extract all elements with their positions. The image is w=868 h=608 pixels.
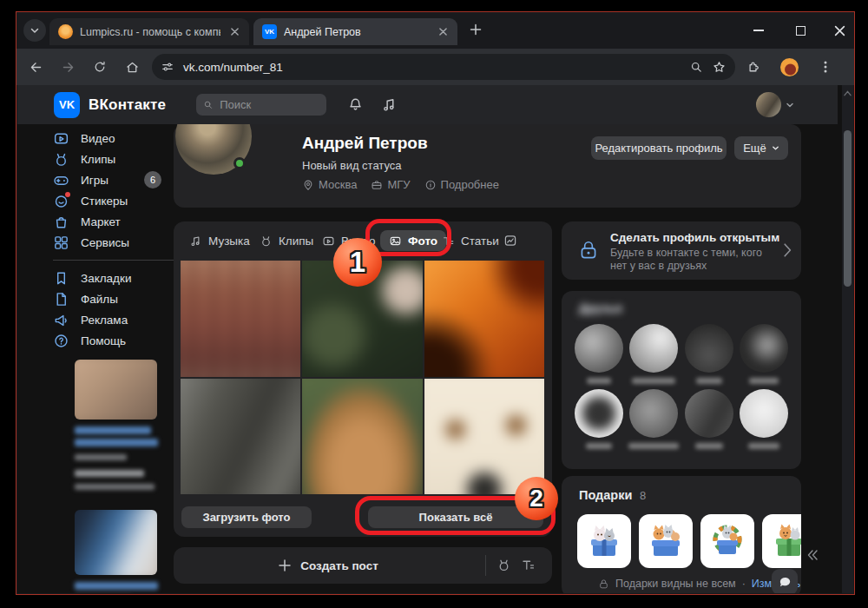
collapse-sidebar-button[interactable] xyxy=(806,548,819,562)
sidebar-item-games[interactable]: Игры xyxy=(53,169,108,190)
profile-status[interactable]: Новый вид статуса xyxy=(302,159,402,172)
post-clip-button[interactable] xyxy=(496,558,511,572)
annotation-step-1: 1 xyxy=(333,238,382,287)
forward-button[interactable] xyxy=(57,56,78,77)
tab-clips[interactable]: Клипы xyxy=(260,230,313,251)
tab-close-icon[interactable] xyxy=(227,24,242,39)
vk-logo[interactable]: VK xyxy=(54,92,80,118)
friend[interactable] xyxy=(628,389,679,449)
services-grid-icon xyxy=(53,235,69,251)
friend[interactable] xyxy=(740,324,789,384)
sidebar-item-bookmarks[interactable]: Закладки xyxy=(53,268,131,288)
tab-close-icon[interactable] xyxy=(436,24,450,39)
address-bar[interactable]: vk.com/number_81 xyxy=(152,54,735,80)
gamepad-icon xyxy=(53,172,69,188)
edit-profile-button[interactable]: Редактировать профиль xyxy=(591,136,727,160)
gift-item[interactable] xyxy=(762,514,801,568)
sidebar-divider xyxy=(53,260,174,261)
friend[interactable] xyxy=(574,324,623,384)
photo-thumbnail[interactable] xyxy=(424,379,544,495)
page-scrollbar[interactable] xyxy=(842,85,853,593)
gift-item[interactable] xyxy=(577,514,631,568)
tab-stats[interactable] xyxy=(503,230,517,251)
sidebar-item-clips[interactable]: Клипы xyxy=(53,149,115,169)
back-button[interactable] xyxy=(25,56,46,77)
sidebar-item-help[interactable]: Помощь xyxy=(53,330,126,351)
megaphone-icon xyxy=(53,312,69,328)
bookmark-star-icon[interactable] xyxy=(712,60,727,75)
profile-info-row: Москва МГУ Подробнее xyxy=(302,178,499,191)
sidebar-item-files[interactable]: Файлы xyxy=(53,288,118,309)
window-minimize-button[interactable] xyxy=(753,12,764,49)
friend[interactable] xyxy=(740,389,789,449)
friend[interactable] xyxy=(684,389,733,449)
forward-arrow-icon xyxy=(61,60,76,75)
browser-profile-avatar[interactable] xyxy=(780,58,799,76)
tab-search-button[interactable] xyxy=(23,19,46,42)
scrollbar-thumb[interactable] xyxy=(844,130,852,287)
gift-item[interactable] xyxy=(639,514,693,568)
browser-menu-button[interactable] xyxy=(815,56,836,77)
sidebar-item-stickers[interactable]: Стикеры xyxy=(53,190,128,211)
scroll-up-arrow[interactable] xyxy=(844,90,852,96)
photo-thumbnail[interactable] xyxy=(181,379,300,495)
articles-icon xyxy=(521,558,536,572)
profile-education[interactable]: МГУ xyxy=(371,178,410,191)
tab-music[interactable]: Музыка xyxy=(189,230,250,251)
screenshot-canvas: Lumpics.ru - помощь с компью VK Андрей П… xyxy=(0,0,868,608)
photo-thumbnail[interactable] xyxy=(424,261,544,377)
extensions-button[interactable] xyxy=(742,56,763,77)
reload-icon xyxy=(93,60,107,74)
create-post-bar[interactable]: Создать пост xyxy=(174,547,552,584)
search-icon xyxy=(203,99,213,110)
sticker-icon xyxy=(53,193,69,209)
profile-city[interactable]: Москва xyxy=(302,178,357,191)
browser-tab-vk[interactable]: VK Андрей Петров xyxy=(253,18,457,45)
open-profile-card[interactable]: Сделать профиль открытым Будьте в контак… xyxy=(562,221,801,280)
browser-tab-lumpics[interactable]: Lumpics.ru - помощь с компью xyxy=(49,18,249,45)
chat-bubble-button[interactable] xyxy=(772,569,798,593)
friend[interactable] xyxy=(628,324,679,384)
window-close-button[interactable] xyxy=(834,12,845,49)
vk-wordmark[interactable]: ВКонтакте xyxy=(89,96,166,114)
notifications-button[interactable] xyxy=(347,96,364,113)
photo-thumbnail[interactable] xyxy=(181,261,300,377)
profile-menu-chevron[interactable] xyxy=(786,101,794,109)
maximize-icon xyxy=(796,26,806,36)
double-chevron-left-icon xyxy=(806,548,819,562)
sidebar-item-services[interactable]: Сервисы xyxy=(53,232,129,253)
site-settings-icon xyxy=(161,60,174,74)
location-pin-icon xyxy=(302,179,314,191)
minimize-icon xyxy=(753,30,764,31)
reload-button[interactable] xyxy=(89,56,110,77)
new-tab-button[interactable] xyxy=(469,23,483,36)
sidebar-item-video[interactable]: Видео xyxy=(53,128,115,149)
close-icon xyxy=(834,25,845,36)
chevron-down-icon xyxy=(772,144,779,152)
search-input[interactable] xyxy=(218,97,319,112)
home-button[interactable] xyxy=(122,56,142,77)
friends-card[interactable]: Друзья xyxy=(562,291,801,469)
gifts-title: Подарки xyxy=(579,488,632,502)
vk-user-avatar[interactable] xyxy=(756,92,781,117)
sidebar-item-market[interactable]: Маркет xyxy=(53,211,121,232)
music-button[interactable] xyxy=(381,96,398,113)
profile-details-link[interactable]: Подробнее xyxy=(424,178,499,191)
music-note-icon xyxy=(381,96,398,113)
zoom-icon[interactable] xyxy=(689,60,703,74)
profile-name: Андрей Петров xyxy=(302,134,428,153)
more-button[interactable]: Ещё xyxy=(734,136,788,160)
window-maximize-button[interactable] xyxy=(796,12,806,49)
gift-item[interactable] xyxy=(700,514,754,568)
photo-thumbnail[interactable] xyxy=(302,379,422,495)
vk-search[interactable] xyxy=(196,94,326,116)
friend[interactable] xyxy=(684,324,733,384)
create-post-button[interactable]: Создать пост xyxy=(174,547,483,584)
separator: · xyxy=(742,578,746,590)
lock-icon xyxy=(577,239,600,261)
friend[interactable] xyxy=(574,389,623,449)
post-article-button[interactable] xyxy=(521,558,536,572)
upload-photo-button[interactable]: Загрузить фото xyxy=(181,506,312,528)
browser-toolbar: vk.com/number_81 xyxy=(16,49,854,85)
sidebar-item-ads[interactable]: Реклама xyxy=(53,309,128,330)
